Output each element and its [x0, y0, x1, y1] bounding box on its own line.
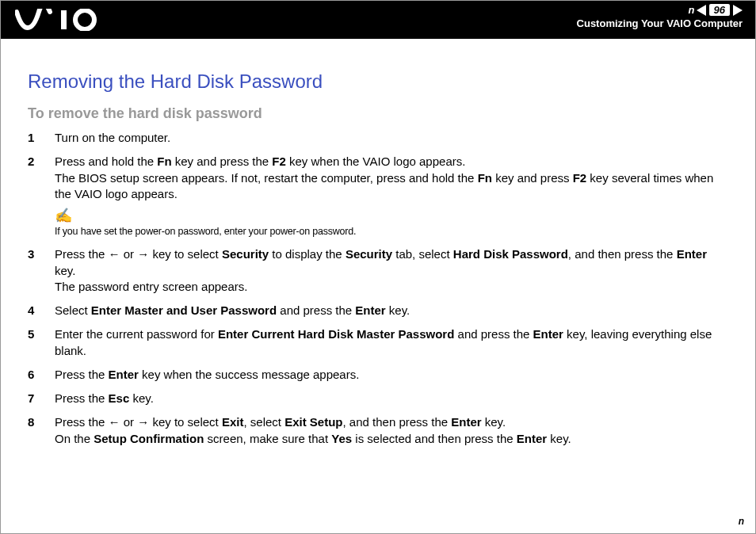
text: , select — [243, 415, 284, 429]
step-8: Press the ← or → key to select Exit, sel… — [28, 414, 728, 447]
key-f2: F2 — [272, 154, 286, 168]
svg-rect-0 — [61, 10, 67, 29]
step-2: Press and hold the Fn key and press the … — [28, 154, 728, 238]
text: Press the — [55, 247, 109, 261]
key-enter: Enter — [677, 247, 707, 261]
text: Enter the current password for — [55, 327, 218, 341]
text: , and then press the — [343, 415, 452, 429]
text: Select — [55, 303, 91, 317]
option-yes: Yes — [331, 432, 352, 445]
text: key. — [482, 415, 506, 429]
key-fn: Fn — [157, 154, 171, 168]
field-enter-current-master: Enter Current Hard Disk Master Password — [218, 327, 454, 341]
text: is selected and then press the — [352, 432, 517, 445]
note-icon: ✍ — [55, 208, 728, 223]
header-right: n 96 Customizing Your VAIO Computer — [577, 4, 743, 29]
text: key to select — [149, 247, 222, 261]
text: tab, select — [392, 247, 453, 261]
text: key. — [55, 264, 75, 277]
page-title: Removing the Hard Disk Password — [28, 71, 728, 93]
note-text: If you have set the power-on password, e… — [55, 226, 356, 237]
text: Press the — [55, 391, 109, 405]
menu-exit: Exit — [222, 415, 244, 429]
option-exit-setup: Exit Setup — [284, 415, 342, 429]
tab-security: Security — [346, 247, 392, 261]
page-content: Removing the Hard Disk Password To remov… — [1, 39, 755, 469]
step-1: Turn on the computer. — [28, 130, 728, 146]
screen-setup-confirmation: Setup Confirmation — [94, 432, 204, 445]
text: key to select — [149, 415, 222, 429]
header-bar: n 96 Customizing Your VAIO Computer — [1, 1, 755, 39]
step-list: Turn on the computer. Press and hold the… — [28, 130, 728, 447]
text: or — [120, 415, 138, 429]
key-f2: F2 — [573, 171, 587, 185]
step-4: Select Enter Master and User Password an… — [28, 303, 728, 318]
text: Press the — [55, 415, 109, 429]
menu-security: Security — [222, 247, 269, 261]
text: Press and hold the — [55, 154, 157, 168]
footer-n-glyph: n — [689, 4, 695, 16]
nav-next-icon[interactable] — [733, 5, 743, 16]
arrow-right-icon: → — [137, 246, 149, 262]
section-title: Customizing Your VAIO Computer — [577, 17, 743, 29]
key-esc: Esc — [109, 391, 130, 405]
text: key. — [386, 303, 410, 317]
nav-prev-icon[interactable] — [697, 5, 706, 16]
key-fn: Fn — [478, 171, 492, 185]
arrow-left-icon: ← — [109, 246, 120, 262]
key-enter: Enter — [451, 415, 481, 429]
text: screen, make sure that — [204, 432, 331, 445]
text: and press the — [454, 327, 533, 341]
arrow-right-icon: → — [137, 414, 149, 430]
text: key. — [547, 432, 571, 445]
vaio-logo — [15, 9, 102, 31]
key-enter: Enter — [517, 432, 547, 445]
page-number: 96 — [709, 4, 730, 16]
text: key when the success message appears. — [139, 368, 359, 381]
text: On the — [55, 432, 94, 445]
text: or — [120, 247, 138, 261]
step-5: Enter the current password for Enter Cur… — [28, 326, 728, 359]
page-subtitle: To remove the hard disk password — [28, 105, 728, 122]
svg-point-1 — [75, 10, 94, 29]
text: and press the — [277, 303, 355, 317]
text: key. — [129, 391, 154, 405]
footer-mark: n — [739, 516, 744, 527]
key-enter: Enter — [109, 368, 139, 381]
text: Press the — [55, 368, 109, 381]
option-hard-disk-password: Hard Disk Password — [453, 247, 568, 261]
text: key when the VAIO logo appears. — [286, 154, 466, 168]
arrow-left-icon: ← — [109, 414, 120, 430]
text: key and press — [492, 171, 573, 185]
step-6: Press the Enter key when the success mes… — [28, 367, 728, 383]
key-enter: Enter — [355, 303, 385, 317]
page-nav: n 96 — [577, 4, 743, 16]
note-block: ✍ If you have set the power-on password,… — [55, 208, 728, 238]
option-enter-master-user: Enter Master and User Password — [91, 303, 277, 317]
text: The password entry screen appears. — [55, 280, 247, 293]
step-7: Press the Esc key. — [28, 391, 728, 406]
text: The BIOS setup screen appears. If not, r… — [55, 171, 478, 185]
text: , and then press the — [568, 247, 677, 261]
step-3: Press the ← or → key to select Security … — [28, 246, 728, 295]
text: key and press the — [172, 154, 273, 168]
key-enter: Enter — [533, 327, 563, 341]
text: to display the — [269, 247, 346, 261]
